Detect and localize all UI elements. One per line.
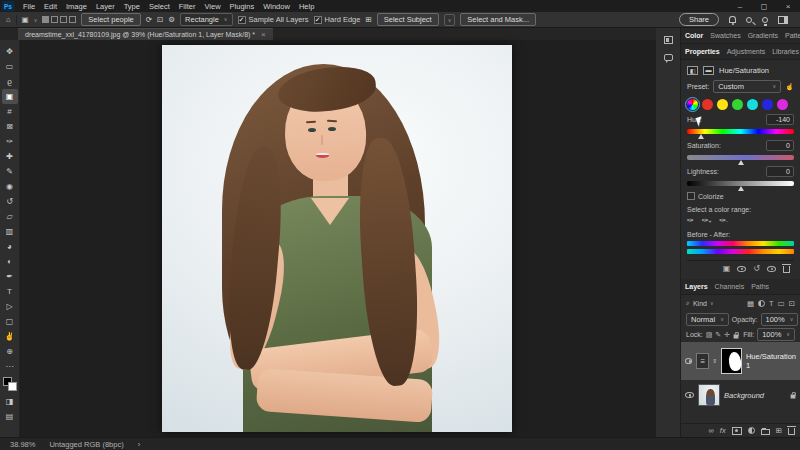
- select-subject-button[interactable]: Select Subject: [377, 13, 439, 26]
- discover-icon[interactable]: [762, 17, 768, 23]
- new-group-icon[interactable]: [761, 429, 770, 435]
- menu-plugins[interactable]: Plugins: [230, 2, 255, 11]
- history-brush-tool[interactable]: ↺: [2, 194, 18, 209]
- feedback-icon[interactable]: ⊞: [365, 15, 371, 24]
- layer-row-background[interactable]: Background: [681, 380, 800, 410]
- yellows-channel-circle[interactable]: [717, 99, 728, 110]
- link-layers-icon[interactable]: ∞: [709, 426, 714, 435]
- eyedropper-add-icon[interactable]: ✑+: [702, 216, 712, 225]
- shape-tool[interactable]: ▢: [2, 314, 18, 329]
- menu-view[interactable]: View: [204, 2, 220, 11]
- targeted-adjustment-icon[interactable]: ☝: [785, 83, 794, 91]
- previous-state-eye-icon[interactable]: [737, 266, 746, 272]
- background-color-swatch[interactable]: [8, 382, 17, 391]
- reset-icon[interactable]: ↺: [753, 264, 760, 273]
- menu-help[interactable]: Help: [299, 2, 314, 11]
- minimize-button[interactable]: –: [728, 2, 752, 11]
- filter-search-icon[interactable]: ⌕: [686, 299, 690, 307]
- menu-layer[interactable]: Layer: [96, 2, 115, 11]
- preset-dropdown[interactable]: Custom ∨: [713, 80, 781, 93]
- visibility-eye-icon[interactable]: [767, 266, 776, 272]
- new-layer-icon[interactable]: ⊞: [776, 426, 782, 435]
- delete-adjustment-icon[interactable]: [783, 266, 790, 273]
- selection-mode-icons[interactable]: [42, 16, 76, 23]
- layer-lock-icon[interactable]: [791, 395, 796, 399]
- menu-type[interactable]: Type: [124, 2, 140, 11]
- refresh-icon[interactable]: ⟳: [146, 15, 152, 24]
- workspace-switcher-icon[interactable]: [778, 16, 788, 24]
- select-people-button[interactable]: Select people: [81, 13, 140, 26]
- edit-toolbar-icon[interactable]: ⋯: [2, 359, 18, 374]
- marquee-tool[interactable]: ▭: [2, 59, 18, 74]
- menu-file[interactable]: File: [23, 2, 35, 11]
- menu-edit[interactable]: Edit: [44, 2, 57, 11]
- screen-mode-button[interactable]: ▤: [2, 409, 18, 424]
- tab-paths[interactable]: Paths: [751, 283, 769, 290]
- settings-gear-icon[interactable]: ⚙: [168, 15, 175, 24]
- dodge-tool[interactable]: ◐: [2, 254, 18, 269]
- tab-patterns[interactable]: Patterns: [785, 32, 800, 39]
- close-button[interactable]: ×: [776, 2, 800, 11]
- tab-close-icon[interactable]: ×: [261, 30, 266, 39]
- eraser-tool[interactable]: ▱: [2, 209, 18, 224]
- comments-panel-icon[interactable]: [664, 54, 673, 61]
- menu-image[interactable]: Image: [66, 2, 87, 11]
- zoom-level-field[interactable]: 38.98%: [10, 440, 35, 449]
- menu-window[interactable]: Window: [263, 2, 290, 11]
- layer-visibility-eye-icon[interactable]: [685, 392, 694, 398]
- layer-visibility-eye-icon[interactable]: [685, 358, 692, 364]
- frame-tool[interactable]: ⊠: [2, 119, 18, 134]
- hue-value-field[interactable]: -140: [766, 114, 794, 125]
- selection-shape-dropdown[interactable]: Rectangle ∨: [180, 13, 232, 26]
- menu-filter[interactable]: Filter: [179, 2, 196, 11]
- saturation-slider[interactable]: [687, 155, 794, 160]
- fill-dropdown[interactable]: 100% ∨: [757, 328, 795, 341]
- blues-channel-circle[interactable]: [762, 99, 773, 110]
- add-mask-icon[interactable]: [732, 427, 742, 435]
- layer-effects-icon[interactable]: fx: [720, 426, 726, 435]
- object-selection-tool[interactable]: ▣: [2, 89, 18, 104]
- lock-transparency-icon[interactable]: ▨: [706, 331, 713, 339]
- eyedropper-icon[interactable]: ✑: [687, 216, 694, 225]
- lightness-value-field[interactable]: 0: [766, 166, 794, 177]
- quick-mask-mode-button[interactable]: ◨: [2, 394, 18, 409]
- hand-tool[interactable]: ✌: [2, 329, 18, 344]
- layer-row-hue-saturation[interactable]: ≡ ∞ Hue/Saturation 1: [681, 342, 800, 380]
- saturation-slider-thumb[interactable]: [738, 160, 744, 165]
- layer-name[interactable]: Hue/Saturation 1: [746, 352, 796, 370]
- status-options-chevron-icon[interactable]: ›: [138, 440, 141, 449]
- master-channel-circle[interactable]: [687, 99, 698, 110]
- blend-mode-dropdown[interactable]: Normal ∨: [686, 313, 729, 326]
- tab-layers[interactable]: Layers: [685, 283, 708, 290]
- hue-slider-thumb[interactable]: [698, 134, 704, 139]
- eyedropper-tool[interactable]: ✑: [2, 134, 18, 149]
- gradient-tool[interactable]: ▥: [2, 224, 18, 239]
- filter-type-icon[interactable]: T: [769, 299, 774, 308]
- select-and-mask-button[interactable]: Select and Mask...: [460, 13, 536, 26]
- layer-mask-thumbnail[interactable]: [721, 348, 741, 374]
- crop-tool[interactable]: #: [2, 104, 18, 119]
- active-tool-icon[interactable]: ▣: [22, 15, 29, 24]
- notifications-bell-icon[interactable]: [729, 16, 736, 23]
- lightness-slider-thumb[interactable]: [738, 186, 744, 191]
- path-selection-tool[interactable]: ▷: [2, 299, 18, 314]
- lock-all-icon[interactable]: [734, 334, 739, 338]
- lasso-tool[interactable]: ϱ: [2, 74, 18, 89]
- lock-paint-icon[interactable]: ✎: [715, 331, 721, 339]
- home-icon[interactable]: ⌂: [6, 15, 11, 24]
- lock-position-icon[interactable]: ✛: [724, 331, 730, 339]
- brush-tool[interactable]: ✎: [2, 164, 18, 179]
- cyans-channel-circle[interactable]: [747, 99, 758, 110]
- colorize-checkbox[interactable]: Colorize: [687, 192, 794, 200]
- tab-color[interactable]: Color: [685, 32, 703, 39]
- lightness-slider[interactable]: [687, 181, 794, 186]
- magentas-channel-circle[interactable]: [777, 99, 788, 110]
- kind-dropdown[interactable]: Kind: [693, 300, 707, 307]
- eyedropper-subtract-icon[interactable]: ✑-: [719, 216, 727, 225]
- share-button[interactable]: Share: [679, 13, 719, 26]
- blur-tool[interactable]: ◕: [2, 239, 18, 254]
- move-tool[interactable]: ✥: [2, 44, 18, 59]
- filter-adjustment-icon[interactable]: [758, 300, 765, 307]
- select-subject-chevron-icon[interactable]: ∨: [444, 14, 456, 26]
- clone-stamp-tool[interactable]: ◉: [2, 179, 18, 194]
